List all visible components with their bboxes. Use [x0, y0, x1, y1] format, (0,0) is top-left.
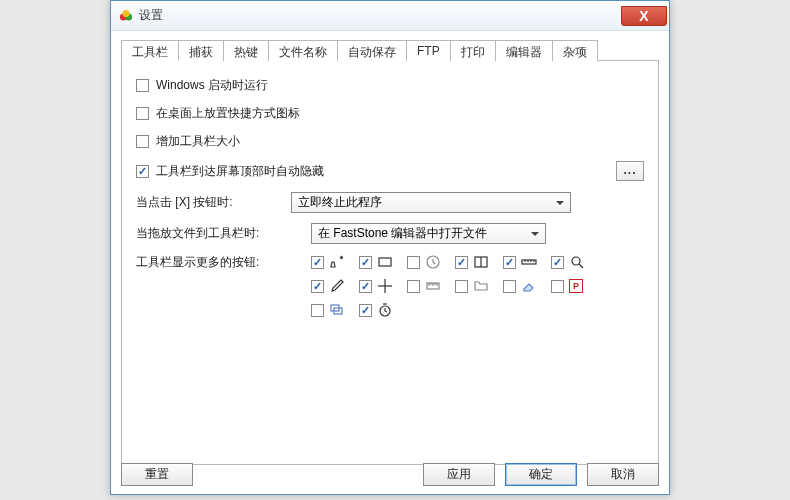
tab-hotkey[interactable]: 热键 [223, 40, 269, 61]
tab-editor[interactable]: 编辑器 [495, 40, 553, 61]
close-button[interactable]: X [621, 6, 667, 26]
tab-misc[interactable]: 杂项 [552, 40, 598, 61]
measure-icon [425, 278, 441, 294]
app-icon [119, 9, 133, 23]
rectangle-icon [377, 254, 393, 270]
clock-icon [425, 254, 441, 270]
tab-strip: 工具栏 捕获 热键 文件名称 自动保存 FTP 打印 编辑器 杂项 [121, 39, 659, 61]
stack-icon [329, 302, 345, 318]
cancel-button[interactable]: 取消 [587, 463, 659, 486]
settings-dialog: 设置 X 工具栏 捕获 热键 文件名称 自动保存 FTP 打印 编辑器 杂项 W… [110, 0, 670, 495]
reset-button[interactable]: 重置 [121, 463, 193, 486]
tab-autosave[interactable]: 自动保存 [337, 40, 407, 61]
tab-filename[interactable]: 文件名称 [268, 40, 338, 61]
checkbox-measure-icon[interactable] [407, 280, 420, 293]
label-run-at-startup: Windows 启动时运行 [156, 77, 268, 94]
select-drag-file-value: 在 FastStone 编辑器中打开文件 [318, 225, 487, 242]
tab-capture[interactable]: 捕获 [178, 40, 224, 61]
checkbox-ruler-icon[interactable] [503, 256, 516, 269]
checkbox-eraser-icon[interactable] [503, 280, 516, 293]
label-drag-file: 当拖放文件到工具栏时: [136, 225, 291, 242]
checkbox-run-at-startup[interactable] [136, 79, 149, 92]
apply-button[interactable]: 应用 [423, 463, 495, 486]
button-bar: 重置 应用 确定 取消 [121, 463, 659, 486]
checkbox-timer-circle-icon[interactable] [359, 304, 372, 317]
checkbox-magnifier-icon[interactable] [551, 256, 564, 269]
checkbox-stack-icon[interactable] [311, 304, 324, 317]
checkbox-draw-icon[interactable] [311, 256, 324, 269]
crosshair-icon [377, 278, 393, 294]
checkbox-crosshair-icon[interactable] [359, 280, 372, 293]
checkbox-eyedropper-icon[interactable] [311, 280, 324, 293]
fullscreen-icon [473, 254, 489, 270]
checkbox-folder-icon[interactable] [455, 280, 468, 293]
label-increase-size: 增加工具栏大小 [156, 133, 240, 150]
timer-circle-icon [377, 302, 393, 318]
checkbox-autohide-top[interactable] [136, 165, 149, 178]
tab-toolbar[interactable]: 工具栏 [121, 40, 179, 61]
checkbox-fullscreen-icon[interactable] [455, 256, 468, 269]
eyedropper-icon [329, 278, 345, 294]
toolbar-icons-grid: P [311, 254, 599, 318]
svg-point-12 [572, 257, 580, 265]
checkbox-clock-icon[interactable] [407, 256, 420, 269]
tab-print[interactable]: 打印 [450, 40, 496, 61]
label-desktop-shortcut: 在桌面上放置快捷方式图标 [156, 105, 300, 122]
checkbox-pdf-icon[interactable] [551, 280, 564, 293]
pdf-icon: P [569, 279, 583, 293]
checkbox-increase-size[interactable] [136, 135, 149, 148]
tabpage-toolbar: Windows 启动时运行 在桌面上放置快捷方式图标 增加工具栏大小 工具栏到达… [121, 61, 659, 465]
magnifier-icon [569, 254, 585, 270]
draw-icon [329, 254, 345, 270]
label-more-buttons: 工具栏显示更多的按钮: [136, 254, 291, 271]
checkbox-desktop-shortcut[interactable] [136, 107, 149, 120]
eraser-icon [521, 278, 537, 294]
svg-rect-3 [379, 258, 391, 266]
tab-ftp[interactable]: FTP [406, 40, 451, 61]
titlebar: 设置 X [111, 1, 669, 31]
ok-button[interactable]: 确定 [505, 463, 577, 486]
autohide-options-button[interactable]: ... [616, 161, 644, 181]
label-autohide-top: 工具栏到达屏幕顶部时自动隐藏 [156, 163, 324, 180]
svg-line-13 [579, 264, 583, 268]
checkbox-rectangle-icon[interactable] [359, 256, 372, 269]
window-title: 设置 [139, 7, 163, 24]
dialog-content: 工具栏 捕获 热键 文件名称 自动保存 FTP 打印 编辑器 杂项 Window… [111, 31, 669, 494]
svg-point-2 [123, 9, 130, 16]
select-click-x-action[interactable]: 立即终止此程序 [291, 192, 571, 213]
select-click-x-value: 立即终止此程序 [298, 194, 382, 211]
label-click-x: 当点击 [X] 按钮时: [136, 194, 291, 211]
folder-icon [473, 278, 489, 294]
ruler-icon [521, 254, 537, 270]
select-drag-file-action[interactable]: 在 FastStone 编辑器中打开文件 [311, 223, 546, 244]
